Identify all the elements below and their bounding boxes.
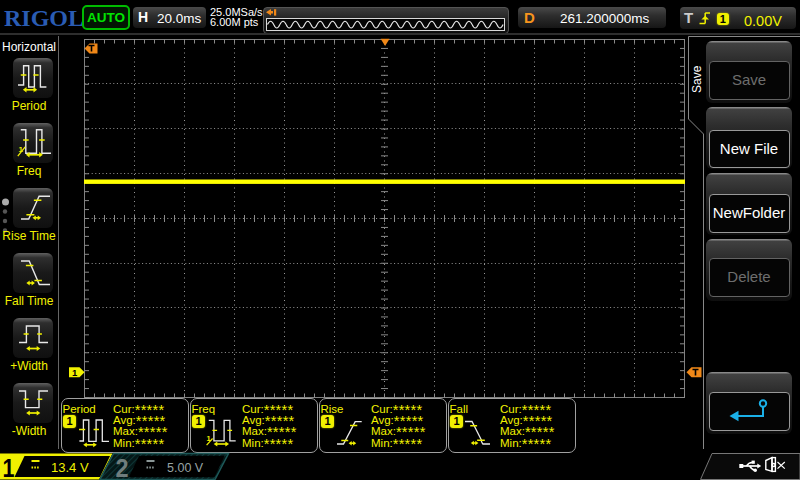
- svg-text:2: 2: [116, 454, 129, 480]
- svg-text:5.00 V: 5.00 V: [167, 461, 204, 475]
- svg-text:1: 1: [3, 454, 15, 480]
- svg-text:13.4 V: 13.4 V: [51, 460, 89, 475]
- svg-text:1: 1: [72, 367, 78, 378]
